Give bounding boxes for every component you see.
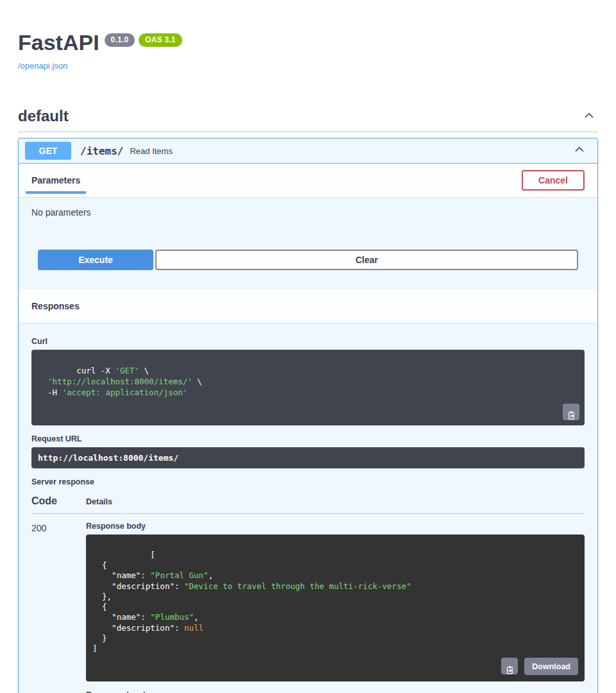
chevron-up-icon [583,109,595,124]
tag-section-default[interactable]: default [18,107,598,132]
page: FastAPI 0.1.0 OAS 3.1 /openapi.json defa… [0,0,616,693]
tag-collapse-button[interactable] [580,109,598,124]
operation-path: /items/ [71,145,130,157]
opblock-collapse-button[interactable] [570,143,591,158]
clear-button[interactable]: Clear [155,250,578,270]
tag-title: default [18,107,69,125]
live-response-table-header: Code Details [31,495,585,514]
curl-command-block: curl -X 'GET' \ 'http://localhost:8000/i… [31,350,585,425]
api-title: FastAPI [18,31,99,55]
details-column-header: Details [86,495,112,507]
opblock-get-items: GET /items/ Read Items Parameters Cancel… [18,138,598,693]
active-tab-underline [26,191,86,194]
copy-icon [563,391,579,432]
response-headers-label: Response headers [86,690,585,693]
no-parameters-text: No parameters [31,207,585,218]
chevron-up-icon [573,143,586,158]
response-body-block: [ { "name": "Portal Gun", "description":… [86,535,585,681]
responses-section-title: Responses [31,301,80,311]
api-badges: 0.1.0 OAS 3.1 [105,33,182,47]
response-body-json: [ { "name": "Portal Gun", "description":… [92,550,411,653]
oas-badge: OAS 3.1 [139,33,182,47]
responses-section-header: Responses [19,289,597,323]
code-column-header: Code [31,495,86,507]
execute-button[interactable]: Execute [38,250,153,270]
request-url-block: http://localhost:8000/items/ [31,447,585,468]
api-info: FastAPI 0.1.0 OAS 3.1 /openapi.json [18,0,598,71]
parameters-section-header: Parameters Cancel [19,164,597,197]
execute-button-group: Execute Clear [38,250,578,289]
curl-label: Curl [31,337,585,346]
parameters-tab-label: Parameters [31,175,80,185]
status-code: 200 [31,522,86,693]
responses-inner: Curl curl -X 'GET' \ 'http://localhost:8… [19,323,597,693]
copy-icon [501,646,518,687]
operation-summary-text: Read Items [130,146,172,156]
response-details: Response body [ { "name": "Portal Gun", … [86,522,585,693]
curl-command-text: curl -X 'GET' \ 'http://localhost:8000/i… [38,366,202,397]
copy-curl-button[interactable] [563,404,579,420]
response-body-label: Response body [86,522,585,531]
tab-parameters[interactable]: Parameters [31,164,80,197]
download-button[interactable]: Download [524,658,578,675]
opblock-summary[interactable]: GET /items/ Read Items [19,139,597,164]
request-url-label: Request URL [31,434,585,443]
copy-response-button[interactable] [501,658,518,674]
cancel-button[interactable]: Cancel [522,170,585,191]
server-response-label: Server response [31,477,585,486]
parameters-body: No parameters Execute Clear [19,197,597,289]
live-response-row: 200 Response body [ { "name": "Portal Gu… [31,514,585,693]
method-badge: GET [25,142,71,160]
response-body-controls: Download [501,658,578,675]
openapi-spec-link[interactable]: /openapi.json [18,61,67,71]
version-badge: 0.1.0 [105,33,135,47]
